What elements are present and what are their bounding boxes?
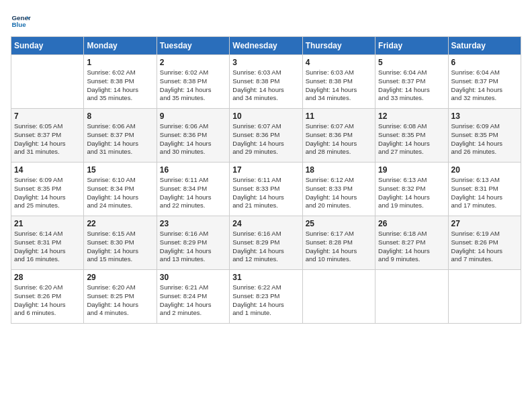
calendar-cell: 11Sunrise: 6:07 AM Sunset: 8:36 PM Dayli…: [302, 109, 375, 163]
day-number: 8: [87, 111, 153, 121]
weekday-header-cell: Tuesday: [157, 37, 229, 55]
calendar-cell: 13Sunrise: 6:09 AM Sunset: 8:35 PM Dayli…: [448, 109, 521, 163]
day-info: Sunrise: 6:17 AM Sunset: 8:28 PM Dayligh…: [306, 230, 372, 264]
weekday-header-cell: Monday: [84, 37, 157, 55]
day-info: Sunrise: 6:20 AM Sunset: 8:26 PM Dayligh…: [14, 283, 81, 318]
calendar-cell: 26Sunrise: 6:18 AM Sunset: 8:27 PM Dayli…: [375, 216, 448, 270]
day-number: 19: [378, 165, 445, 175]
day-number: 9: [160, 111, 226, 121]
day-info: Sunrise: 6:03 AM Sunset: 8:38 PM Dayligh…: [306, 68, 372, 103]
weekday-header-cell: Thursday: [302, 37, 375, 55]
day-info: Sunrise: 6:06 AM Sunset: 8:37 PM Dayligh…: [87, 122, 153, 156]
calendar-cell: 24Sunrise: 6:16 AM Sunset: 8:29 PM Dayli…: [230, 216, 302, 270]
day-info: Sunrise: 6:20 AM Sunset: 8:25 PM Dayligh…: [87, 283, 153, 318]
day-info: Sunrise: 6:15 AM Sunset: 8:30 PM Dayligh…: [87, 230, 153, 264]
calendar-week-row: 14Sunrise: 6:09 AM Sunset: 8:35 PM Dayli…: [11, 163, 521, 216]
day-number: 6: [451, 58, 518, 67]
calendar-cell: 12Sunrise: 6:08 AM Sunset: 8:35 PM Dayli…: [375, 109, 448, 163]
day-number: 24: [232, 219, 299, 228]
calendar-cell: [302, 270, 375, 324]
day-number: 25: [306, 219, 372, 228]
page-header: General Blue: [11, 11, 521, 31]
calendar-cell: 30Sunrise: 6:21 AM Sunset: 8:24 PM Dayli…: [157, 270, 229, 324]
day-number: 4: [306, 58, 372, 67]
weekday-header-cell: Friday: [375, 37, 448, 55]
calendar-cell: 31Sunrise: 6:22 AM Sunset: 8:23 PM Dayli…: [230, 270, 302, 324]
day-info: Sunrise: 6:04 AM Sunset: 8:37 PM Dayligh…: [451, 68, 518, 103]
calendar-cell: 8Sunrise: 6:06 AM Sunset: 8:37 PM Daylig…: [84, 109, 157, 163]
weekday-header-cell: Saturday: [448, 37, 521, 55]
day-number: 10: [232, 111, 299, 121]
day-number: 2: [160, 58, 226, 67]
calendar-cell: 9Sunrise: 6:06 AM Sunset: 8:36 PM Daylig…: [157, 109, 229, 163]
day-info: Sunrise: 6:16 AM Sunset: 8:29 PM Dayligh…: [232, 230, 299, 264]
day-number: 20: [451, 165, 518, 175]
calendar-cell: [375, 270, 448, 324]
day-number: 7: [14, 111, 81, 121]
calendar-table: SundayMondayTuesdayWednesdayThursdayFrid…: [11, 36, 521, 324]
day-number: 13: [451, 111, 518, 121]
day-info: Sunrise: 6:11 AM Sunset: 8:33 PM Dayligh…: [232, 176, 299, 210]
calendar-cell: 16Sunrise: 6:11 AM Sunset: 8:34 PM Dayli…: [157, 163, 229, 216]
day-info: Sunrise: 6:03 AM Sunset: 8:38 PM Dayligh…: [232, 68, 299, 103]
day-info: Sunrise: 6:13 AM Sunset: 8:31 PM Dayligh…: [451, 176, 518, 210]
day-number: 5: [378, 58, 445, 67]
day-number: 22: [87, 219, 153, 228]
calendar-cell: 2Sunrise: 6:02 AM Sunset: 8:38 PM Daylig…: [157, 55, 229, 109]
logo-icon: General Blue: [11, 11, 31, 31]
day-info: Sunrise: 6:04 AM Sunset: 8:37 PM Dayligh…: [378, 68, 445, 103]
calendar-cell: 15Sunrise: 6:10 AM Sunset: 8:34 PM Dayli…: [84, 163, 157, 216]
day-number: 27: [451, 219, 518, 228]
day-info: Sunrise: 6:02 AM Sunset: 8:38 PM Dayligh…: [87, 68, 153, 103]
day-number: 29: [87, 273, 153, 282]
calendar-cell: 20Sunrise: 6:13 AM Sunset: 8:31 PM Dayli…: [448, 163, 521, 216]
day-info: Sunrise: 6:18 AM Sunset: 8:27 PM Dayligh…: [378, 230, 445, 264]
calendar-cell: 5Sunrise: 6:04 AM Sunset: 8:37 PM Daylig…: [375, 55, 448, 109]
day-info: Sunrise: 6:21 AM Sunset: 8:24 PM Dayligh…: [160, 283, 226, 318]
day-number: 28: [14, 273, 81, 282]
calendar-cell: 23Sunrise: 6:16 AM Sunset: 8:29 PM Dayli…: [157, 216, 229, 270]
day-number: 16: [160, 165, 226, 175]
day-number: 15: [87, 165, 153, 175]
weekday-header-cell: Sunday: [11, 37, 84, 55]
calendar-week-row: 7Sunrise: 6:05 AM Sunset: 8:37 PM Daylig…: [11, 109, 521, 163]
day-number: 17: [232, 165, 299, 175]
calendar-week-row: 28Sunrise: 6:20 AM Sunset: 8:26 PM Dayli…: [11, 270, 521, 324]
day-info: Sunrise: 6:07 AM Sunset: 8:36 PM Dayligh…: [232, 122, 299, 156]
day-info: Sunrise: 6:07 AM Sunset: 8:36 PM Dayligh…: [306, 122, 372, 156]
calendar-cell: 3Sunrise: 6:03 AM Sunset: 8:38 PM Daylig…: [230, 55, 302, 109]
calendar-cell: 14Sunrise: 6:09 AM Sunset: 8:35 PM Dayli…: [11, 163, 84, 216]
calendar-cell: 22Sunrise: 6:15 AM Sunset: 8:30 PM Dayli…: [84, 216, 157, 270]
calendar-week-row: 21Sunrise: 6:14 AM Sunset: 8:31 PM Dayli…: [11, 216, 521, 270]
day-number: 23: [160, 219, 226, 228]
calendar-cell: [448, 270, 521, 324]
day-info: Sunrise: 6:10 AM Sunset: 8:34 PM Dayligh…: [87, 176, 153, 210]
calendar-cell: [11, 55, 84, 109]
day-info: Sunrise: 6:12 AM Sunset: 8:33 PM Dayligh…: [306, 176, 372, 210]
calendar-cell: 7Sunrise: 6:05 AM Sunset: 8:37 PM Daylig…: [11, 109, 84, 163]
day-number: 3: [232, 58, 299, 67]
day-number: 14: [14, 165, 81, 175]
day-info: Sunrise: 6:11 AM Sunset: 8:34 PM Dayligh…: [160, 176, 226, 210]
calendar-cell: 21Sunrise: 6:14 AM Sunset: 8:31 PM Dayli…: [11, 216, 84, 270]
day-info: Sunrise: 6:08 AM Sunset: 8:35 PM Dayligh…: [378, 122, 445, 156]
day-number: 21: [14, 219, 81, 228]
weekday-header-row: SundayMondayTuesdayWednesdayThursdayFrid…: [11, 37, 521, 55]
calendar-cell: 29Sunrise: 6:20 AM Sunset: 8:25 PM Dayli…: [84, 270, 157, 324]
calendar-body: 1Sunrise: 6:02 AM Sunset: 8:38 PM Daylig…: [11, 55, 521, 324]
day-info: Sunrise: 6:13 AM Sunset: 8:32 PM Dayligh…: [378, 176, 445, 210]
day-number: 26: [378, 219, 445, 228]
day-info: Sunrise: 6:19 AM Sunset: 8:26 PM Dayligh…: [451, 230, 518, 264]
calendar-cell: 10Sunrise: 6:07 AM Sunset: 8:36 PM Dayli…: [230, 109, 302, 163]
calendar-cell: 25Sunrise: 6:17 AM Sunset: 8:28 PM Dayli…: [302, 216, 375, 270]
day-number: 12: [378, 111, 445, 121]
calendar-cell: 6Sunrise: 6:04 AM Sunset: 8:37 PM Daylig…: [448, 55, 521, 109]
day-info: Sunrise: 6:09 AM Sunset: 8:35 PM Dayligh…: [451, 122, 518, 156]
calendar-cell: 4Sunrise: 6:03 AM Sunset: 8:38 PM Daylig…: [302, 55, 375, 109]
day-number: 11: [306, 111, 372, 121]
day-info: Sunrise: 6:05 AM Sunset: 8:37 PM Dayligh…: [14, 122, 81, 156]
day-info: Sunrise: 6:22 AM Sunset: 8:23 PM Dayligh…: [232, 283, 299, 318]
day-info: Sunrise: 6:09 AM Sunset: 8:35 PM Dayligh…: [14, 176, 81, 210]
day-number: 31: [232, 273, 299, 282]
logo: General Blue: [11, 11, 31, 31]
